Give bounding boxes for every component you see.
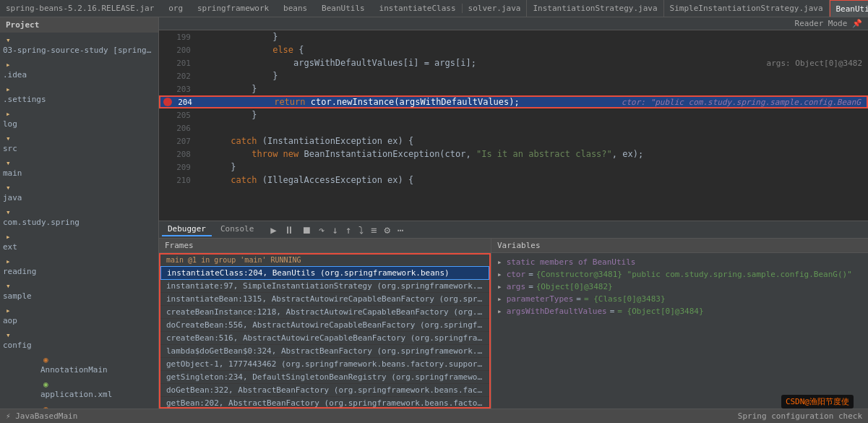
line-content-207: catch (InstantiationException ex) { [197,136,868,146]
frames-list[interactable]: main @1 in group 'main' RUNNING instanti… [159,253,491,409]
frame-item-3[interactable]: createBeanInstance:1218, AbstractAutowir… [160,306,489,319]
var-name-paramtypes: parameterTypes [507,294,574,304]
sidebar-item-aop[interactable]: ▸aop [0,303,158,328]
var-name-static: static members of BeanUtils [507,257,636,267]
main-area: Project ▾03-spring-source-study [spring-… [0,17,868,409]
expand-args[interactable]: ▸ [497,282,502,291]
code-line-202: 202 } [159,69,868,82]
sidebar-item-config[interactable]: ▾config [0,328,158,352]
code-editor[interactable]: 199 } 200 else { 201 argsWithDefaultValu… [159,30,868,221]
var-eq-ctor: = [528,270,533,279]
line-number-208: 208 [171,150,197,159]
code-line-200: 200 else { [159,43,868,56]
step-into-icon[interactable]: ↓ [330,223,340,237]
line-content-210: catch (IllegalAccessException ex) { [197,175,868,185]
frame-item-6[interactable]: lambda$doGetBean$0:324, AbstractBeanFact… [160,345,489,358]
tab-console[interactable]: Console [215,223,259,236]
var-val-ctor: {Constructor@3481} "public com.study.spr… [536,270,852,279]
sidebar-item-idea[interactable]: ▸.idea [0,57,158,82]
variables-panel: Variables ▸ static members of BeanUtils … [491,239,868,409]
sidebar-item-annotation-main[interactable]: ◉AnnotationMain [0,352,158,377]
breakpoint-204 [163,98,172,106]
more-icon[interactable]: ⋯ [395,223,405,237]
sidebar-item-settings[interactable]: ▸.settings [0,82,158,106]
settings-icon[interactable]: ⚙ [382,223,392,237]
line-number-200: 200 [171,46,197,55]
line-number-202: 202 [171,72,197,81]
var-eq-argswithdefaults: = [610,307,615,316]
var-val-paramtypes: = {Class[0]@3483} [584,294,666,304]
line-content-209: } [197,162,868,172]
tab-debugger[interactable]: Debugger [162,223,212,236]
status-bar: ⚡ JavaBasedMain Spring configuration che… [0,409,868,423]
tab-solver[interactable]: solver.java [463,0,528,17]
sidebar-item-main[interactable]: ▾main [0,155,158,180]
tab-simple-instantiation-strategy[interactable]: SimpleInstantiationStrategy.java [664,0,830,17]
line-content-204: return ctor.newInstance(argsWithDefaultV… [198,97,616,107]
line-content-205: } [197,110,868,120]
run-to-cursor-icon[interactable]: ⤵ [356,223,366,237]
frame-item-4[interactable]: doCreateBean:556, AbstractAutowireCapabl… [160,319,489,332]
frame-item-7[interactable]: getObject-1, 1777443462 (org.springframe… [160,358,489,371]
step-out-icon[interactable]: ↑ [343,223,353,237]
line-number-199: 199 [171,33,197,42]
frame-item-9[interactable]: doGetBean:322, AbstractBeanFactory (org.… [160,384,489,397]
frames-label: Frames [165,241,194,250]
sidebar-header: Project [0,17,158,33]
sidebar-item-application-xml[interactable]: ◉application.xml [0,377,158,401]
variables-header: Variables [491,239,868,253]
sidebar-item-beane[interactable]: ◉BeanE [0,401,158,409]
right-info-201: args: Object[0]@3482 [761,59,868,68]
frame-item-5[interactable]: createBean:516, AbstractAutowireCapableB… [160,332,489,345]
code-line-210: 210 catch (IllegalAccessException ex) { [159,174,868,187]
line-content-208: throw new BeanInstantiationException(cto… [197,149,868,159]
pause-icon[interactable]: ⏸ [282,223,296,237]
sidebar-item-log[interactable]: ▸log [0,106,158,131]
expand-argswithdefaults[interactable]: ▸ [497,307,502,316]
line-number-201: 201 [171,59,197,68]
reader-mode-label: Reader Mode [795,19,848,28]
frames-panel: Frames main @1 in group 'main' RUNNING i… [159,239,491,409]
sidebar-item-java[interactable]: ▾java [0,180,158,205]
frame-item-8[interactable]: getSingleton:234, DefaultSingletonBeanRe… [160,371,489,384]
frame-run-status: main @1 in group 'main' RUNNING [160,255,489,266]
step-over-icon[interactable]: ↷ [317,223,327,237]
expand-paramtypes[interactable]: ▸ [497,294,502,304]
code-line-199: 199 } [159,30,868,43]
resume-icon[interactable]: ▶ [268,223,278,237]
debug-panels: Frames main @1 in group 'main' RUNNING i… [159,239,868,409]
evaluate-icon[interactable]: ≡ [369,223,379,237]
code-line-205: 205 } [159,108,868,121]
var-name-argswithdefaults: argsWithDefaultValues [507,307,607,316]
tab-beanutils[interactable]: BeanUtils.java [830,0,869,17]
code-line-206: 206 [159,121,868,134]
frame-item-0[interactable]: instantiateClass:204, BeanUtils (org.spr… [160,266,489,280]
pin-icon[interactable]: 📌 [852,19,862,28]
right-info-204: ctor: "public com.study.spring.sample.co… [616,98,867,107]
window-breadcrumb: spring-beans-5.2.16.RELEASE.jar org spri… [0,4,463,13]
line-number-207: 207 [171,137,197,146]
frame-item-1[interactable]: instantiate:97, SimpleInstantiationStrat… [160,280,489,293]
code-line-204: 204 return ctor.newInstance(argsWithDefa… [159,95,868,108]
frame-item-2[interactable]: instantiateBean:1315, AbstractAutowireCa… [160,293,489,306]
sidebar-item-ext[interactable]: ▸ext [0,229,158,254]
sidebar-item-sample[interactable]: ▾sample [0,278,158,303]
sidebar-item-project[interactable]: ▾03-spring-source-study [spring-source-s… [0,33,158,57]
editor-area: Reader Mode 📌 199 } 200 else { 201 [159,17,868,409]
stop-icon[interactable]: ⏹ [299,223,314,237]
sidebar-item-src[interactable]: ▾src [0,131,158,155]
var-val-argswithdefaults: = {Object[0]@3484} [617,307,703,316]
frame-item-10[interactable]: getBean:202, AbstractBeanFactory (org.sp… [160,397,489,409]
reader-mode-bar: Reader Mode 📌 [159,17,868,30]
expand-ctor[interactable]: ▸ [497,270,502,279]
code-line-203: 203 } [159,82,868,95]
tab-instantiation-strategy[interactable]: InstantiationStrategy.java [527,0,663,17]
expand-static[interactable]: ▸ [497,257,502,267]
debug-area: Debugger Console ▶ ⏸ ⏹ ↷ ↓ ↑ ⤵ ≡ ⚙ ⋯ [159,221,868,409]
sidebar-item-reading[interactable]: ▸reading [0,254,158,278]
line-number-206: 206 [171,124,197,133]
sidebar-item-com-study-spring[interactable]: ▾com.study.spring [0,205,158,229]
line-content-202: } [197,71,868,81]
line-number-204: 204 [172,98,198,107]
var-eq-args: = [528,282,533,291]
